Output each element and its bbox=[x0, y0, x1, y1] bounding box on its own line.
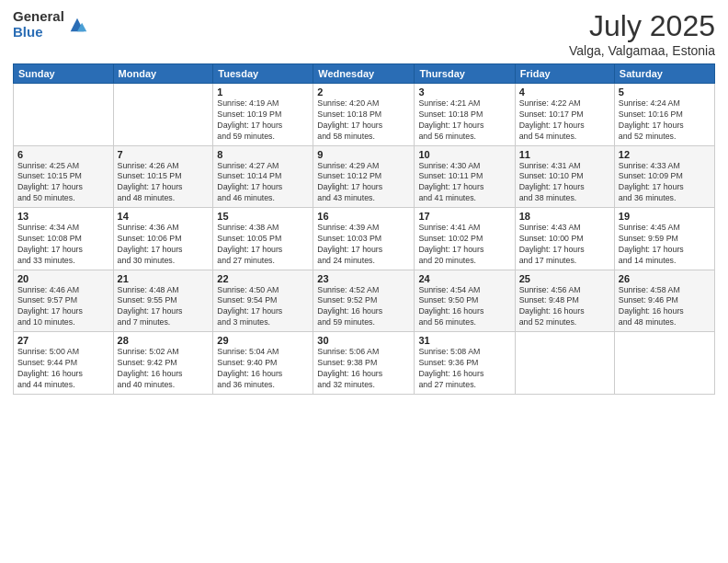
col-header-tuesday: Tuesday bbox=[213, 64, 313, 84]
day-cell: 22Sunrise: 4:50 AM Sunset: 9:54 PM Dayli… bbox=[213, 270, 313, 332]
day-number: 23 bbox=[317, 273, 410, 284]
day-number: 26 bbox=[619, 273, 711, 284]
day-number: 15 bbox=[217, 211, 309, 222]
day-number: 20 bbox=[17, 273, 109, 284]
day-cell: 8Sunrise: 4:27 AM Sunset: 10:14 PM Dayli… bbox=[213, 145, 313, 208]
day-number: 2 bbox=[317, 86, 410, 98]
day-number: 4 bbox=[519, 86, 610, 98]
day-info: Sunrise: 4:26 AM Sunset: 10:15 PM Daylig… bbox=[118, 161, 210, 205]
day-cell: 28Sunrise: 5:02 AM Sunset: 9:42 PM Dayli… bbox=[113, 332, 213, 395]
week-row-1: 1Sunrise: 4:19 AM Sunset: 10:19 PM Dayli… bbox=[14, 84, 715, 146]
day-cell: 1Sunrise: 4:19 AM Sunset: 10:19 PM Dayli… bbox=[213, 84, 313, 146]
day-info: Sunrise: 4:54 AM Sunset: 9:50 PM Dayligh… bbox=[418, 285, 510, 329]
day-cell: 7Sunrise: 4:26 AM Sunset: 10:15 PM Dayli… bbox=[113, 145, 213, 208]
day-number: 16 bbox=[317, 211, 410, 222]
day-number: 30 bbox=[317, 335, 410, 346]
day-info: Sunrise: 4:48 AM Sunset: 9:55 PM Dayligh… bbox=[118, 285, 210, 329]
day-number: 13 bbox=[17, 211, 109, 222]
day-number: 1 bbox=[217, 86, 309, 98]
day-cell: 13Sunrise: 4:34 AM Sunset: 10:08 PM Dayl… bbox=[14, 208, 114, 270]
day-info: Sunrise: 4:21 AM Sunset: 10:18 PM Daylig… bbox=[418, 98, 510, 143]
day-cell: 16Sunrise: 4:39 AM Sunset: 10:03 PM Dayl… bbox=[313, 208, 415, 270]
day-number: 7 bbox=[118, 149, 210, 160]
logo: General Blue bbox=[13, 9, 87, 40]
day-info: Sunrise: 5:04 AM Sunset: 9:40 PM Dayligh… bbox=[217, 347, 309, 391]
day-number: 10 bbox=[418, 149, 510, 160]
subtitle: Valga, Valgamaa, Estonia bbox=[569, 43, 715, 58]
day-cell: 29Sunrise: 5:04 AM Sunset: 9:40 PM Dayli… bbox=[213, 332, 313, 395]
day-cell: 11Sunrise: 4:31 AM Sunset: 10:10 PM Dayl… bbox=[515, 145, 614, 208]
day-cell: 20Sunrise: 4:46 AM Sunset: 9:57 PM Dayli… bbox=[14, 270, 114, 332]
day-info: Sunrise: 5:00 AM Sunset: 9:44 PM Dayligh… bbox=[17, 347, 109, 391]
day-info: Sunrise: 4:52 AM Sunset: 9:52 PM Dayligh… bbox=[317, 285, 410, 329]
day-number: 5 bbox=[619, 86, 711, 98]
day-number: 12 bbox=[619, 149, 711, 160]
day-cell: 24Sunrise: 4:54 AM Sunset: 9:50 PM Dayli… bbox=[415, 270, 515, 332]
day-cell: 26Sunrise: 4:58 AM Sunset: 9:46 PM Dayli… bbox=[614, 270, 714, 332]
week-row-4: 20Sunrise: 4:46 AM Sunset: 9:57 PM Dayli… bbox=[14, 270, 715, 332]
day-info: Sunrise: 4:46 AM Sunset: 9:57 PM Dayligh… bbox=[17, 285, 109, 329]
day-number: 14 bbox=[118, 211, 210, 222]
day-cell: 12Sunrise: 4:33 AM Sunset: 10:09 PM Dayl… bbox=[614, 145, 714, 208]
logo-general-text: General bbox=[13, 9, 64, 25]
week-row-3: 13Sunrise: 4:34 AM Sunset: 10:08 PM Dayl… bbox=[14, 208, 715, 270]
day-info: Sunrise: 4:33 AM Sunset: 10:09 PM Daylig… bbox=[619, 161, 711, 205]
title-block: July 2025 Valga, Valgamaa, Estonia bbox=[569, 9, 715, 58]
day-info: Sunrise: 4:34 AM Sunset: 10:08 PM Daylig… bbox=[17, 223, 109, 267]
day-cell: 17Sunrise: 4:41 AM Sunset: 10:02 PM Dayl… bbox=[415, 208, 515, 270]
logo-icon bbox=[67, 15, 87, 35]
header: General Blue July 2025 Valga, Valgamaa, … bbox=[13, 9, 715, 58]
col-header-monday: Monday bbox=[113, 64, 213, 84]
week-row-5: 27Sunrise: 5:00 AM Sunset: 9:44 PM Dayli… bbox=[14, 332, 715, 395]
day-cell: 5Sunrise: 4:24 AM Sunset: 10:16 PM Dayli… bbox=[614, 84, 714, 146]
day-info: Sunrise: 4:41 AM Sunset: 10:02 PM Daylig… bbox=[418, 223, 510, 267]
day-number: 8 bbox=[217, 149, 309, 160]
day-number: 27 bbox=[17, 335, 109, 346]
day-cell bbox=[515, 332, 614, 395]
day-cell: 18Sunrise: 4:43 AM Sunset: 10:00 PM Dayl… bbox=[515, 208, 614, 270]
day-info: Sunrise: 4:38 AM Sunset: 10:05 PM Daylig… bbox=[217, 223, 309, 267]
col-header-sunday: Sunday bbox=[14, 64, 114, 84]
day-cell: 30Sunrise: 5:06 AM Sunset: 9:38 PM Dayli… bbox=[313, 332, 415, 395]
day-number: 24 bbox=[418, 273, 510, 284]
day-number: 19 bbox=[619, 211, 711, 222]
day-number: 9 bbox=[317, 149, 410, 160]
day-info: Sunrise: 4:43 AM Sunset: 10:00 PM Daylig… bbox=[519, 223, 610, 267]
day-number: 28 bbox=[118, 335, 210, 346]
day-info: Sunrise: 4:56 AM Sunset: 9:48 PM Dayligh… bbox=[519, 285, 610, 329]
day-cell bbox=[14, 84, 114, 146]
day-info: Sunrise: 4:36 AM Sunset: 10:06 PM Daylig… bbox=[118, 223, 210, 267]
day-info: Sunrise: 4:45 AM Sunset: 9:59 PM Dayligh… bbox=[619, 223, 711, 267]
day-cell: 2Sunrise: 4:20 AM Sunset: 10:18 PM Dayli… bbox=[313, 84, 415, 146]
day-info: Sunrise: 4:50 AM Sunset: 9:54 PM Dayligh… bbox=[217, 285, 309, 329]
day-cell bbox=[614, 332, 714, 395]
col-header-saturday: Saturday bbox=[614, 64, 714, 84]
day-cell: 6Sunrise: 4:25 AM Sunset: 10:15 PM Dayli… bbox=[14, 145, 114, 208]
day-cell: 23Sunrise: 4:52 AM Sunset: 9:52 PM Dayli… bbox=[313, 270, 415, 332]
day-info: Sunrise: 4:31 AM Sunset: 10:10 PM Daylig… bbox=[519, 161, 610, 205]
day-number: 21 bbox=[118, 273, 210, 284]
day-info: Sunrise: 4:58 AM Sunset: 9:46 PM Dayligh… bbox=[619, 285, 711, 329]
day-cell: 14Sunrise: 4:36 AM Sunset: 10:06 PM Dayl… bbox=[113, 208, 213, 270]
day-number: 17 bbox=[418, 211, 510, 222]
col-header-friday: Friday bbox=[515, 64, 614, 84]
day-cell: 10Sunrise: 4:30 AM Sunset: 10:11 PM Dayl… bbox=[415, 145, 515, 208]
day-cell: 25Sunrise: 4:56 AM Sunset: 9:48 PM Dayli… bbox=[515, 270, 614, 332]
calendar-table: SundayMondayTuesdayWednesdayThursdayFrid… bbox=[13, 63, 715, 395]
day-cell: 3Sunrise: 4:21 AM Sunset: 10:18 PM Dayli… bbox=[415, 84, 515, 146]
day-info: Sunrise: 5:02 AM Sunset: 9:42 PM Dayligh… bbox=[118, 347, 210, 391]
day-number: 3 bbox=[418, 86, 510, 98]
logo-blue-text: Blue bbox=[13, 25, 64, 40]
day-info: Sunrise: 4:19 AM Sunset: 10:19 PM Daylig… bbox=[217, 98, 309, 143]
day-info: Sunrise: 4:25 AM Sunset: 10:15 PM Daylig… bbox=[17, 161, 109, 205]
day-info: Sunrise: 4:27 AM Sunset: 10:14 PM Daylig… bbox=[217, 161, 309, 205]
calendar-page: General Blue July 2025 Valga, Valgamaa, … bbox=[0, 0, 728, 563]
col-header-wednesday: Wednesday bbox=[313, 64, 415, 84]
month-title: July 2025 bbox=[569, 9, 715, 43]
day-info: Sunrise: 5:06 AM Sunset: 9:38 PM Dayligh… bbox=[317, 347, 410, 391]
day-number: 22 bbox=[217, 273, 309, 284]
day-info: Sunrise: 4:22 AM Sunset: 10:17 PM Daylig… bbox=[519, 98, 610, 143]
week-row-2: 6Sunrise: 4:25 AM Sunset: 10:15 PM Dayli… bbox=[14, 145, 715, 208]
day-cell: 19Sunrise: 4:45 AM Sunset: 9:59 PM Dayli… bbox=[614, 208, 714, 270]
day-info: Sunrise: 4:39 AM Sunset: 10:03 PM Daylig… bbox=[317, 223, 410, 267]
